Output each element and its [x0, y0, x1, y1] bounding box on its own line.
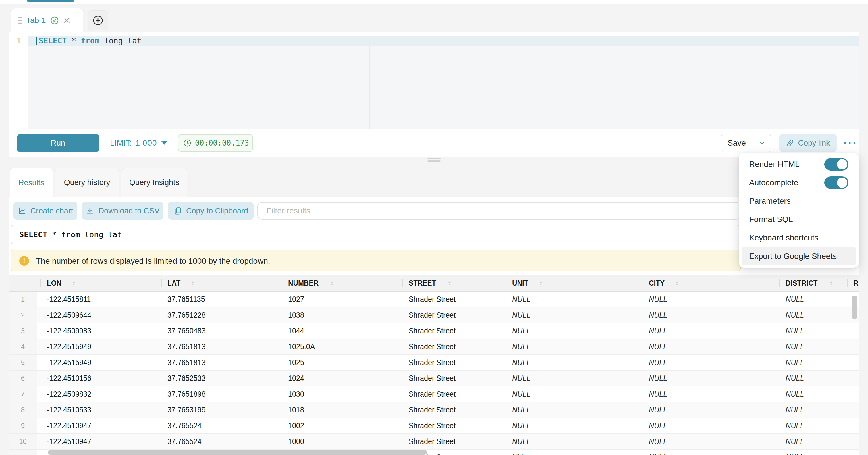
table-cell[interactable]: NULL [502, 386, 639, 402]
table-cell[interactable]: 1024 [278, 370, 399, 386]
menu-item-autocomplete[interactable]: Autocomplete [742, 174, 856, 192]
table-cell[interactable]: NULL [776, 370, 844, 386]
sort-icon[interactable] [186, 280, 196, 286]
horizontal-scrollbar[interactable] [48, 450, 427, 455]
close-tab-icon[interactable] [63, 17, 71, 24]
table-cell[interactable]: 37.7653199 [158, 402, 278, 418]
table-cell[interactable]: Shrader Street [399, 292, 502, 307]
table-cell[interactable]: NULL [639, 434, 776, 449]
table-cell[interactable]: Shrader Street [399, 307, 502, 323]
table-cell[interactable]: 37.7651898 [158, 386, 278, 402]
table-cell[interactable]: 1027 [278, 292, 399, 307]
table-cell[interactable]: NULL [639, 292, 776, 307]
table-row[interactable]: 3-122.450998337.76504831044Shrader Stree… [9, 323, 859, 339]
table-cell[interactable]: Shrader Street [399, 355, 502, 370]
table-cell[interactable]: NULL [502, 292, 639, 307]
table-cell[interactable] [844, 355, 859, 370]
copy-to-clipboard-button[interactable]: Copy to Clipboard [168, 202, 254, 220]
table-cell[interactable]: 1025 [278, 355, 399, 370]
table-cell[interactable]: NULL [639, 402, 776, 418]
table-cell[interactable]: NULL [639, 339, 776, 355]
column-header-re[interactable]: RE [844, 275, 859, 291]
table-cell[interactable]: NULL [639, 355, 776, 370]
table-cell[interactable]: -122.4509832 [37, 386, 158, 402]
table-cell[interactable]: -122.4515949 [37, 339, 158, 355]
table-cell[interactable] [844, 339, 859, 355]
table-cell[interactable]: 37.765524 [158, 418, 278, 433]
table-row[interactable]: 9-122.451094737.7655241002Shrader Street… [9, 418, 859, 434]
table-cell[interactable]: NULL [776, 339, 844, 355]
vertical-scrollbar[interactable] [851, 296, 857, 319]
editor-active-line[interactable]: SELECT * from long_lat [28, 36, 859, 46]
table-cell[interactable] [844, 370, 859, 386]
table-cell[interactable]: NULL [639, 450, 776, 455]
filter-results-input[interactable] [257, 202, 741, 220]
table-cell[interactable]: Shrader Street [399, 370, 502, 386]
menu-item-format-sql[interactable]: Format SQL [742, 210, 856, 229]
create-chart-button[interactable]: Create chart [13, 202, 77, 220]
new-tab-button[interactable] [88, 10, 108, 30]
table-cell[interactable] [844, 402, 859, 418]
table-cell[interactable]: Shrader Street [399, 418, 502, 433]
table-cell[interactable]: 1018 [278, 402, 399, 418]
table-cell[interactable]: -122.4515811 [37, 292, 158, 307]
table-cell[interactable]: 1030 [278, 386, 399, 402]
column-header-lon[interactable]: LON [37, 275, 158, 291]
table-cell[interactable]: NULL [502, 370, 639, 386]
table-row[interactable]: 4-122.451594937.76518131025.0AShrader St… [9, 339, 859, 355]
download-to-csv-button[interactable]: Download to CSV [82, 202, 163, 220]
menu-item-parameters[interactable]: Parameters [742, 192, 856, 210]
table-cell[interactable]: Shrader Street [399, 434, 502, 449]
table-cell[interactable]: -122.4515949 [37, 355, 158, 370]
results-tab-results[interactable]: Results [10, 168, 53, 198]
column-header-number[interactable]: NUMBER [278, 275, 399, 291]
table-cell[interactable]: -122.4510947 [37, 434, 158, 449]
table-cell[interactable] [844, 434, 859, 449]
column-header-city[interactable]: CITY [639, 275, 776, 291]
table-cell[interactable]: NULL [502, 402, 639, 418]
table-row[interactable]: 2-122.450964437.76512281038Shrader Stree… [9, 307, 859, 323]
table-cell[interactable]: NULL [776, 355, 844, 370]
table-cell[interactable] [844, 386, 859, 402]
table-cell[interactable]: NULL [776, 418, 844, 433]
column-header-unit[interactable]: UNIT [502, 275, 639, 291]
table-cell[interactable]: 1000 [278, 434, 399, 449]
table-cell[interactable]: NULL [502, 339, 639, 355]
table-cell[interactable]: NULL [502, 355, 639, 370]
table-cell[interactable]: 37.7651135 [158, 292, 278, 307]
table-cell[interactable]: Shrader Street [399, 386, 502, 402]
table-cell[interactable]: NULL [776, 386, 844, 402]
column-header-district[interactable]: DISTRICT [776, 275, 844, 291]
table-cell[interactable]: NULL [639, 307, 776, 323]
table-cell[interactable]: NULL [776, 450, 844, 455]
sort-icon[interactable] [534, 280, 544, 286]
table-row[interactable]: 7-122.450983237.76518981030Shrader Stree… [9, 386, 859, 402]
table-cell[interactable] [844, 323, 859, 339]
table-cell[interactable]: 37.765524 [158, 434, 278, 449]
table-cell[interactable]: -122.4510947 [37, 418, 158, 433]
table-cell[interactable] [844, 418, 859, 433]
table-cell[interactable]: 1044 [278, 323, 399, 339]
table-cell[interactable]: -122.4510156 [37, 370, 158, 386]
limit-dropdown[interactable]: LIMIT: 1 000 [110, 134, 167, 152]
table-cell[interactable]: NULL [776, 307, 844, 323]
column-header-lat[interactable]: LAT [158, 275, 278, 291]
menu-item-keyboard-shortcuts[interactable]: Keyboard shortcuts [742, 229, 856, 247]
menu-item-export-to-google-sheets[interactable]: Export to Google Sheets [742, 247, 856, 266]
results-tab-query-insights[interactable]: Query Insights [121, 168, 187, 197]
table-cell[interactable]: -122.4509983 [37, 323, 158, 339]
toggle-autocomplete-on[interactable] [824, 176, 848, 189]
save-options-button[interactable] [752, 134, 771, 152]
table-cell[interactable]: -122.4509644 [37, 307, 158, 323]
sort-icon[interactable] [824, 280, 834, 286]
toggle-render-html-on[interactable] [824, 158, 848, 171]
sort-icon[interactable] [670, 280, 680, 286]
table-cell[interactable]: 1025.0A [278, 339, 399, 355]
column-header-street[interactable]: STREET [399, 275, 502, 291]
table-cell[interactable]: 1002 [278, 418, 399, 433]
table-row[interactable]: 5-122.451594937.76518131025Shrader Stree… [9, 355, 859, 370]
table-row[interactable]: 1-122.451581137.76511351027Shrader Stree… [9, 292, 859, 307]
table-cell[interactable]: NULL [502, 450, 639, 455]
table-row[interactable]: 6-122.451015637.76525331024Shrader Stree… [9, 370, 859, 386]
panel-resize-handle[interactable] [427, 158, 441, 162]
